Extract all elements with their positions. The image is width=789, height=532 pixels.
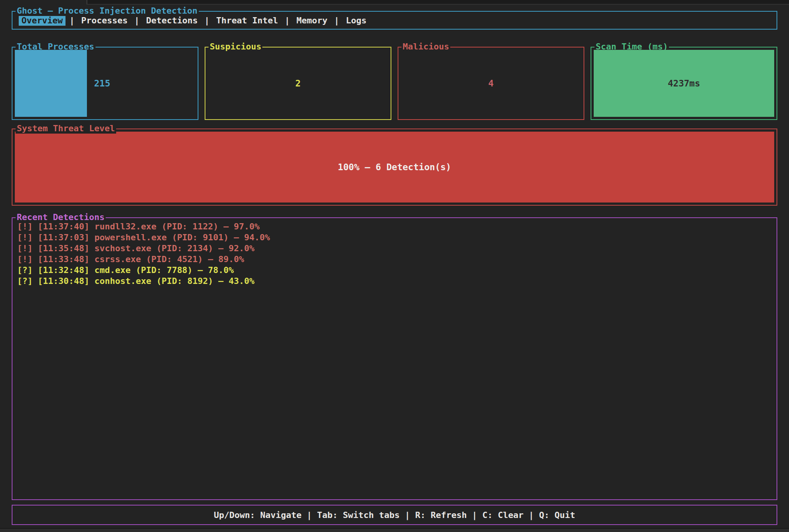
stat-suspicious-value: 2 xyxy=(295,78,301,88)
threat-level-label: System Threat Level xyxy=(16,123,116,134)
detection-text: rundll32.exe (PID: 1122) — 97.0% xyxy=(94,222,260,231)
detection-marker: [!] xyxy=(17,243,33,253)
detection-marker: [?] xyxy=(17,265,33,275)
stat-total-processes: Total Processes 215 xyxy=(12,47,198,120)
detection-marker: [?] xyxy=(17,276,33,286)
stat-malicious: Malicious 4 xyxy=(398,47,584,120)
threat-level-gauge: 100% — 6 Detection(s) xyxy=(15,132,774,203)
tab-processes[interactable]: Processes xyxy=(78,15,130,26)
detection-time: [11:37:03] xyxy=(38,233,89,242)
stat-total-processes-body: 215 xyxy=(12,48,198,119)
app-title: Ghost — Process Injection Detection xyxy=(16,6,199,16)
window-chrome-bottom-strip xyxy=(0,528,789,532)
window-chrome-strip xyxy=(0,0,789,5)
detection-time: [11:30:48] xyxy=(38,276,89,286)
detection-time: [11:33:48] xyxy=(38,254,89,264)
detection-row[interactable]: [!][11:35:48]svchost.exe (PID: 2134) — 9… xyxy=(17,243,772,254)
stats-row: Total Processes 215 Suspicious 2 Malicio… xyxy=(12,47,777,120)
tab-threat-intel[interactable]: Threat Intel xyxy=(213,15,281,26)
detection-marker: [!] xyxy=(17,254,33,264)
detection-marker: [!] xyxy=(17,222,33,231)
tab-separator: | xyxy=(134,16,139,25)
stat-scan-time-body: 4237ms xyxy=(591,48,777,119)
recent-detections-panel: Recent Detections [!][11:37:40]rundll32.… xyxy=(12,217,777,500)
tab-separator: | xyxy=(69,16,74,25)
help-bar-text: Up/Down: Navigate | Tab: Switch tabs | R… xyxy=(214,510,575,520)
detection-text: powershell.exe (PID: 9101) — 94.0% xyxy=(94,233,270,242)
detection-text: csrss.exe (PID: 4521) — 89.0% xyxy=(94,254,244,264)
help-bar: Up/Down: Navigate | Tab: Switch tabs | R… xyxy=(12,505,777,525)
scan-time-gauge: 4237ms xyxy=(594,50,774,117)
threat-level-panel: System Threat Level 100% — 6 Detection(s… xyxy=(12,129,777,206)
detection-row[interactable]: [!][11:37:40]rundll32.exe (PID: 1122) — … xyxy=(17,221,772,232)
stat-scan-time-value: 4237ms xyxy=(668,78,700,88)
detection-row[interactable]: [!][11:37:03]powershell.exe (PID: 9101) … xyxy=(17,232,772,243)
tab-logs[interactable]: Logs xyxy=(343,15,369,26)
detection-text: conhost.exe (PID: 8192) — 43.0% xyxy=(94,276,255,286)
stat-suspicious-body: 2 xyxy=(205,48,391,119)
window-chrome-pane-edge xyxy=(87,0,789,5)
detection-marker: [!] xyxy=(17,233,33,242)
stat-total-processes-value: 215 xyxy=(94,78,110,88)
detection-row[interactable]: [?][11:30:48]conhost.exe (PID: 8192) — 4… xyxy=(17,276,772,287)
total-processes-gauge xyxy=(15,50,87,117)
detection-row[interactable]: [!][11:33:48]csrss.exe (PID: 4521) — 89.… xyxy=(17,254,772,265)
detection-time: [11:32:48] xyxy=(38,265,89,275)
detection-text: svchost.exe (PID: 2134) — 92.0% xyxy=(94,243,255,253)
detection-time: [11:35:48] xyxy=(38,243,89,253)
stat-suspicious: Suspicious 2 xyxy=(205,47,391,120)
main-content: Ghost — Process Injection Detection Over… xyxy=(0,5,789,525)
threat-level-text: 100% — 6 Detection(s) xyxy=(338,162,451,172)
detection-text: cmd.exe (PID: 7788) — 78.0% xyxy=(94,265,234,275)
tabbar-panel: Ghost — Process Injection Detection Over… xyxy=(12,11,777,30)
tab-separator: | xyxy=(334,16,339,25)
tab-separator: | xyxy=(204,16,209,25)
stat-malicious-body: 4 xyxy=(398,48,584,119)
tab-detections[interactable]: Detections xyxy=(143,15,200,26)
stat-malicious-value: 4 xyxy=(488,78,494,88)
tab-separator: | xyxy=(285,16,290,25)
tab-memory[interactable]: Memory xyxy=(294,15,330,26)
recent-detections-label: Recent Detections xyxy=(16,212,106,222)
detections-list: [!][11:37:40]rundll32.exe (PID: 1122) — … xyxy=(17,221,772,287)
detection-time: [11:37:40] xyxy=(38,222,89,231)
stat-scan-time: Scan Time (ms) 4237ms xyxy=(591,47,777,120)
app-root: Ghost — Process Injection Detection Over… xyxy=(0,0,789,532)
tab-overview[interactable]: Overview xyxy=(19,15,65,26)
detection-row[interactable]: [?][11:32:48]cmd.exe (PID: 7788) — 78.0% xyxy=(17,265,772,276)
